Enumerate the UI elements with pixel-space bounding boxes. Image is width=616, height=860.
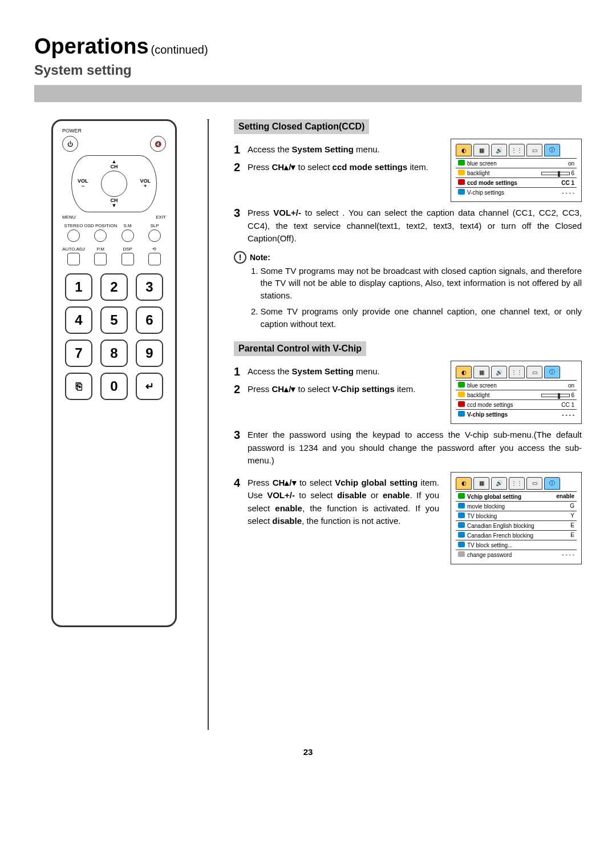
note-icon: ! [234, 251, 246, 264]
step-text: Press VOL+/- to select . You can select … [248, 207, 582, 245]
key-0[interactable]: 0 [100, 373, 128, 400]
osd-tab-icon: 🔊 [491, 477, 507, 490]
osd-tab-icon: ⋮⋮ [509, 144, 525, 156]
osd-tab-icon: ▭ [526, 477, 542, 490]
osd-tab-icon: ▦ [473, 144, 489, 156]
key-9[interactable]: 9 [136, 340, 163, 367]
note-label: Note: [250, 253, 270, 262]
exit-label: EXIT [156, 215, 166, 220]
dpad-ok[interactable] [101, 171, 127, 197]
osd-tab-icon: ⋮⋮ [509, 366, 525, 378]
autoadj-button[interactable] [67, 253, 80, 265]
power-icon: ⏻ [67, 141, 73, 147]
step-number: 2 [234, 161, 243, 174]
key-7[interactable]: 7 [65, 340, 92, 367]
power-button[interactable]: ⏻ [62, 136, 78, 152]
key-1[interactable]: 1 [65, 273, 92, 301]
step-text: Press CH▴/▾ to select Vchip global setti… [248, 477, 439, 528]
step-number: 1 [234, 365, 243, 378]
page-number: 23 [34, 747, 582, 757]
osd-tab-icon: ⓘ [544, 144, 560, 156]
section-heading-ccd: Setting Closed Caption(CCD) [234, 119, 369, 134]
step-number: 3 [234, 207, 243, 220]
key-5[interactable]: 5 [100, 306, 128, 334]
osd-tab-icon: ⓘ [544, 477, 560, 490]
step-number: 1 [234, 143, 243, 156]
osd-tab-icon: 🔊 [491, 366, 507, 378]
remote-control: POWER ⏻ 🔇 ▲CH CH▼ VOL− VOL+ MENU EXIT [51, 119, 177, 627]
step-text: Access the System Setting menu. [248, 143, 380, 156]
step-number: 2 [234, 383, 243, 396]
osd-tab-icon: 🔊 [491, 144, 507, 156]
step-text: Enter the password using the keypad to a… [248, 429, 582, 467]
mute-icon: 🔇 [155, 141, 161, 147]
key-input[interactable]: ⎘ [65, 373, 92, 400]
slp-button[interactable] [148, 229, 161, 242]
step-number: 4 [234, 477, 243, 490]
pm-button[interactable] [94, 253, 107, 265]
mute-button[interactable]: 🔇 [150, 136, 166, 152]
osd-tab-icon: ▭ [526, 366, 542, 378]
sm-button[interactable] [121, 229, 134, 242]
osd-tab-icon: ◐ [456, 366, 472, 378]
osd-position-button[interactable] [94, 229, 107, 242]
key-3[interactable]: 3 [136, 273, 163, 301]
menu-label: MENU [62, 215, 76, 220]
section-heading-vchip: Parental Control with V-Chip [234, 341, 366, 356]
step-number: 3 [234, 429, 243, 442]
remote-row-2: AUTO.ADJ P.M DSP ⟲ [59, 247, 169, 265]
power-label: POWER [62, 128, 169, 134]
dpad[interactable]: ▲CH CH▼ VOL− VOL+ [71, 155, 157, 212]
step-text: Access the System Setting menu. [248, 365, 380, 378]
key-enter[interactable]: ↵ [136, 373, 163, 400]
note-list: 1.Some TV programs may not be broadcast … [251, 265, 582, 330]
step-text: Press CH▴/▾ to select ccd mode settings … [248, 161, 428, 174]
osd-tab-icon: ▦ [473, 366, 489, 378]
osd-tab-icon: ▦ [473, 477, 489, 490]
step-text: Press CH▴/▾ to select V-Chip settings it… [248, 383, 415, 396]
key-4[interactable]: 4 [65, 306, 92, 334]
osd-menu-ccd: ◐ ▦ 🔊 ⋮⋮ ▭ ⓘ blue screenon backlight 6 c… [451, 139, 582, 202]
stereo-button[interactable] [67, 229, 80, 242]
key-8[interactable]: 8 [100, 340, 128, 367]
osd-menu-vchip-sub: ◐ ▦ 🔊 ⋮⋮ ▭ ⓘ Vchip global settingenable … [451, 472, 582, 564]
osd-tab-icon: ▭ [526, 144, 542, 156]
osd-tab-icon: ◐ [456, 477, 472, 490]
osd-tab-icon: ◐ [456, 144, 472, 156]
osd-menu-vchip: ◐ ▦ 🔊 ⋮⋮ ▭ ⓘ blue screenon backlight 6 c… [451, 361, 582, 424]
page-title: Operations (continued) [34, 34, 582, 59]
osd-tab-icon: ⋮⋮ [509, 477, 525, 490]
header-bar [34, 85, 582, 102]
dsp-button[interactable] [121, 253, 134, 265]
key-2[interactable]: 2 [100, 273, 128, 301]
page-subtitle: System setting [34, 62, 582, 78]
column-divider [208, 119, 209, 730]
return-button[interactable] [148, 253, 161, 265]
remote-row-1: STEREO OSD POSITION S.M SLP [59, 223, 169, 242]
osd-tab-icon: ⓘ [544, 366, 560, 378]
key-6[interactable]: 6 [136, 306, 163, 334]
keypad: 1 2 3 4 5 6 7 8 9 ⎘ 0 ↵ [59, 273, 169, 400]
